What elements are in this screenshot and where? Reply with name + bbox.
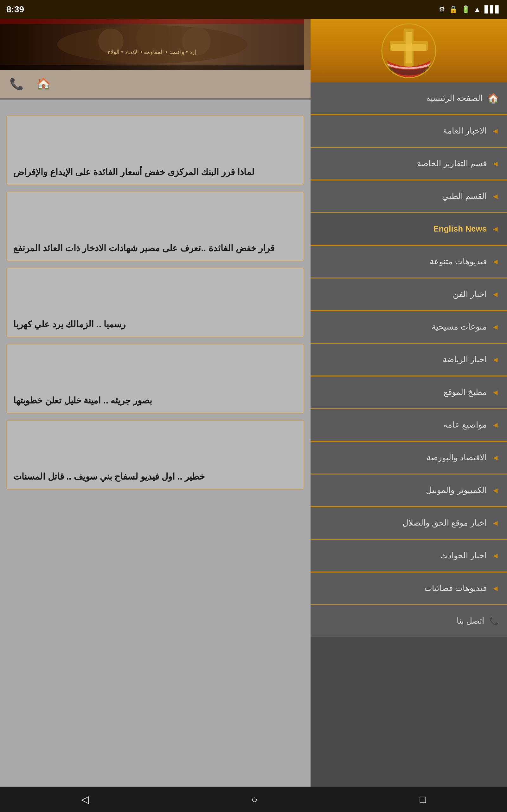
status-bar: 8:39 ⚙ 🔒 🔋 ▲ ▋▋▋: [0, 0, 507, 19]
home-icon-sidebar: 🏠: [487, 93, 499, 104]
sidebar-label-truth-site: اخبار موقع الحق والضلال: [402, 518, 487, 528]
sidebar-label-incidents: اخبار الحوادث: [440, 551, 487, 560]
news-title-4: بصور جريئه .. امينة خليل تعلن خطوبتها: [13, 394, 152, 407]
sidebar-label-sports: اخبار الرياضة: [443, 355, 487, 364]
content-panel: إرد • واقصد • المقاومة • الاتحاد • الولا…: [0, 19, 311, 786]
arrow-icon-general-news: ◄: [492, 126, 499, 136]
news-card-5[interactable]: خطير .. اول فيديو لسفاح بني سويف .. قاتل…: [6, 420, 304, 490]
sidebar-label-special-reports: قسم التقارير الخاصة: [417, 159, 487, 168]
sidebar-item-english-news[interactable]: English News ◄: [311, 213, 507, 245]
sidebar-item-art-news[interactable]: اخبار الفن ◄: [311, 278, 507, 310]
news-card-2[interactable]: قرار خفض الفائدة ..تعرف على مصير شهادات …: [6, 192, 304, 261]
status-time: 8:39: [6, 4, 24, 14]
sidebar-item-general-topics[interactable]: مواضيع عامه ◄: [311, 409, 507, 441]
spacer-1: [0, 100, 311, 109]
sidebar-item-christian[interactable]: منوعات مسيحية ◄: [311, 311, 507, 343]
sidebar: الصفحه الرئيسيه 🏠 الاخبار العامة ◄ قسم ا…: [311, 19, 507, 786]
sidebar-item-contact[interactable]: اتصل بنا 📞: [311, 605, 507, 637]
svg-rect-13: [391, 44, 426, 51]
sidebar-label-space-videos: فيديوهات فضائيات: [424, 583, 487, 593]
sidebar-label-art-news: اخبار الفن: [453, 289, 487, 299]
sidebar-item-truth-site[interactable]: اخبار موقع الحق والضلال ◄: [311, 507, 507, 539]
news-card-1[interactable]: لماذا قرر البنك المركزى خفض أسعار الفائد…: [6, 115, 304, 185]
news-title-1: لماذا قرر البنك المركزى خفض أسعار الفائد…: [13, 166, 255, 178]
banner: إرد • واقصد • المقاومة • الاتحاد • الولا…: [0, 19, 311, 70]
sidebar-label-kitchen: مطبخ الموقع: [444, 387, 487, 397]
arrow-icon-christian: ◄: [492, 322, 499, 332]
sidebar-item-special-reports[interactable]: قسم التقارير الخاصة ◄: [311, 148, 507, 180]
sidebar-label-english-news: English News: [433, 224, 487, 234]
sidebar-label-medical: القسم الطبي: [442, 191, 487, 201]
sidebar-label-general-topics: مواضيع عامه: [443, 420, 487, 430]
signal-icon: ▋▋▋: [485, 5, 501, 14]
sidebar-item-space-videos[interactable]: فيديوهات فضائيات ◄: [311, 572, 507, 604]
sidebar-label-general-news: الاخبار العامة: [443, 126, 487, 136]
arrow-icon-videos-various: ◄: [492, 257, 499, 266]
sidebar-item-medical[interactable]: القسم الطبي ◄: [311, 181, 507, 212]
arrow-icon-kitchen: ◄: [492, 388, 499, 397]
arrow-icon-truth-site: ◄: [492, 519, 499, 527]
news-list: لماذا قرر البنك المركزى خفض أسعار الفائد…: [0, 109, 311, 786]
sidebar-label-tech: الكمبيوتر والموبيل: [426, 485, 487, 495]
news-title-2: قرار خفض الفائدة ..تعرف على مصير شهادات …: [13, 242, 274, 254]
arrow-icon-incidents: ◄: [492, 551, 499, 560]
arrow-icon-sports: ◄: [492, 355, 499, 364]
sidebar-item-tech[interactable]: الكمبيوتر والموبيل ◄: [311, 474, 507, 506]
arrow-icon-economy: ◄: [492, 453, 499, 462]
arrow-icon-general-topics: ◄: [492, 420, 499, 429]
battery-icon: 🔋: [461, 5, 470, 14]
home-icon[interactable]: 🏠: [37, 78, 51, 91]
arrow-icon-art-news: ◄: [492, 290, 499, 299]
news-card-3[interactable]: رسميا .. الزمالك يرد علي كهربا: [6, 268, 304, 338]
app-logo: [380, 22, 437, 79]
sidebar-item-sports[interactable]: اخبار الرياضة ◄: [311, 344, 507, 375]
sidebar-item-home[interactable]: الصفحه الرئيسيه 🏠: [311, 83, 507, 114]
phone-icon[interactable]: 📞: [9, 78, 24, 91]
toolbar: 📞 🏠: [0, 70, 311, 98]
settings-icon: ⚙: [439, 5, 445, 14]
sidebar-label-videos-various: فيديوهات متنوعة: [430, 257, 487, 266]
arrow-icon-space-videos: ◄: [492, 584, 499, 593]
bottom-nav-bar: ◁ ○ □: [0, 786, 507, 812]
sidebar-header: [311, 19, 507, 83]
main-container: إرد • واقصد • المقاومة • الاتحاد • الولا…: [0, 19, 507, 786]
phone-icon-contact: 📞: [489, 616, 499, 626]
svg-rect-6: [0, 65, 304, 70]
nav-back-button[interactable]: ◁: [68, 790, 102, 809]
arrow-icon-tech: ◄: [492, 486, 499, 495]
sidebar-label-christian: منوعات مسيحية: [432, 322, 487, 332]
sidebar-label-economy: الاقتصاد والبورصة: [427, 453, 487, 462]
sidebar-label-home: الصفحه الرئيسيه: [426, 93, 483, 103]
sidebar-menu: الصفحه الرئيسيه 🏠 الاخبار العامة ◄ قسم ا…: [311, 83, 507, 786]
nav-home-button[interactable]: ○: [239, 791, 270, 809]
news-title-3: رسميا .. الزمالك يرد علي كهربا: [13, 318, 126, 331]
sidebar-item-economy[interactable]: الاقتصاد والبورصة ◄: [311, 442, 507, 473]
sidebar-item-general-news[interactable]: الاخبار العامة ◄: [311, 115, 507, 147]
news-title-5: خطير .. اول فيديو لسفاح بني سويف .. قاتل…: [13, 470, 205, 483]
arrow-icon-english-news: ◄: [492, 224, 499, 234]
nav-recent-button[interactable]: □: [407, 791, 439, 809]
arrow-icon-special-reports: ◄: [492, 159, 499, 168]
arrow-icon-medical: ◄: [492, 192, 499, 201]
lock-icon: 🔒: [449, 5, 458, 14]
sidebar-item-kitchen[interactable]: مطبخ الموقع ◄: [311, 376, 507, 408]
sidebar-item-videos-various[interactable]: فيديوهات متنوعة ◄: [311, 246, 507, 277]
sidebar-label-contact: اتصل بنا: [457, 616, 484, 626]
svg-text:إرد • واقصد • المقاومة • الاتح: إرد • واقصد • المقاومة • الاتحاد • الولا…: [108, 49, 196, 55]
svg-rect-5: [0, 19, 304, 24]
news-card-4[interactable]: بصور جريئه .. امينة خليل تعلن خطوبتها: [6, 344, 304, 414]
sidebar-item-incidents[interactable]: اخبار الحوادث ◄: [311, 540, 507, 571]
status-icons: ⚙ 🔒 🔋 ▲ ▋▋▋: [439, 5, 501, 14]
wifi-icon: ▲: [474, 5, 481, 14]
